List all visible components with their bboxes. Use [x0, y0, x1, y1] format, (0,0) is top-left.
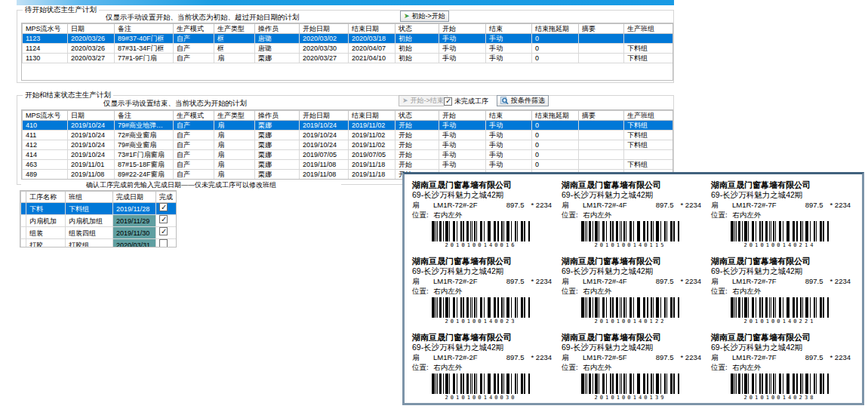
- barcode-bars-icon: [432, 374, 530, 394]
- completed-checkbox[interactable]: [159, 227, 168, 235]
- column-header[interactable]: 班组: [66, 192, 113, 203]
- column-header[interactable]: 日期: [68, 111, 115, 121]
- barcode-bars-icon: [581, 297, 679, 318]
- table-row[interactable]: 打胶 打胶组 2020/03/31: [21, 239, 177, 248]
- barcode: 2010100140214: [731, 221, 829, 248]
- column-header[interactable]: 备注: [115, 111, 174, 121]
- barcode-digits: 2010100140023: [432, 318, 530, 324]
- column-header[interactable]: 状态: [396, 24, 439, 34]
- column-header[interactable]: 生产类型: [214, 24, 255, 34]
- column-header[interactable]: 结束: [486, 24, 532, 34]
- label-height-value: * 2234: [531, 352, 552, 362]
- start-to-end-button[interactable]: ➤ 开始->结束: [399, 95, 448, 106]
- barcode-digits: 2010100140030: [432, 395, 530, 401]
- label-location-value: 右内左外: [583, 363, 611, 371]
- column-header[interactable]: [21, 192, 26, 203]
- barcode-bars-icon: [432, 221, 530, 241]
- label-location-caption: 位置:: [711, 363, 728, 371]
- column-header[interactable]: 操作员: [255, 111, 300, 121]
- print-label: 湖南亘晟门窗幕墙有限公司 69-长沙万科魅力之城42期 扇 LM1R-72#-7…: [711, 254, 851, 331]
- column-header[interactable]: 结束拖延期: [532, 24, 579, 34]
- column-header[interactable]: 结束日期: [349, 111, 396, 121]
- label-item-code: LM1R-72#-2F: [433, 352, 506, 362]
- label-project: 69-长沙万科魅力之城42期: [562, 190, 701, 200]
- barcode-digits: 2010100140238: [731, 395, 829, 401]
- label-project: 69-长沙万科魅力之城42期: [711, 343, 851, 352]
- column-header[interactable]: 结束日期: [349, 24, 396, 34]
- column-header[interactable]: MPS流水号: [23, 111, 68, 121]
- active-table-body: 410 2019/10/24 79#商业地弹… 自产 扇 栗娜 2019/10/…: [23, 121, 673, 180]
- pending-table-body: 1123 2020/03/26 89#37-40F门框 自产 框 唐璐 2020…: [23, 34, 673, 63]
- column-header[interactable]: 工序名称: [26, 192, 66, 203]
- completed-checkbox[interactable]: [159, 215, 168, 223]
- column-header[interactable]: 操作员: [255, 24, 300, 34]
- column-header[interactable]: 备注: [115, 24, 174, 34]
- label-item-code: LM1R-72#-4F: [583, 276, 656, 286]
- init-to-start-button[interactable]: ➤ 初始->开始: [400, 11, 449, 22]
- table-row[interactable]: 411 2019/10/24 72#商业窗扇 自产 扇 栗娜 2019/10/2…: [23, 131, 673, 140]
- column-header[interactable]: 结束拖延期: [532, 111, 579, 121]
- app-window: 待开始状态主生产计划 仅显示手动设置开始、当前状态为初始、超过开始日期的计划 ➤…: [0, 0, 868, 412]
- column-header[interactable]: 开始日期: [300, 111, 349, 121]
- label-company: 湖南亘晟门窗幕墙有限公司: [412, 333, 552, 343]
- label-company: 湖南亘晟门窗幕墙有限公司: [562, 180, 701, 190]
- column-header[interactable]: 开始日期: [300, 24, 349, 34]
- label-item-code: LM1R-72#-7F: [732, 352, 805, 362]
- column-header[interactable]: 结束: [486, 111, 532, 121]
- completed-checkbox[interactable]: [159, 203, 168, 211]
- column-header[interactable]: 生产模式: [174, 24, 214, 34]
- column-header[interactable]: 生产类型: [214, 111, 255, 121]
- filter-button-label: 按条件筛选: [511, 96, 545, 106]
- table-row[interactable]: 内扇机加 内扇机加组 2019/11/29: [21, 215, 177, 227]
- column-header[interactable]: 摘要: [579, 24, 624, 34]
- label-project: 69-长沙万科魅力之城42期: [412, 190, 552, 200]
- table-row[interactable]: 463 2019/11/01 87#15-18F窗扇 自产 扇 栗娜 2019/…: [23, 160, 673, 170]
- table-row[interactable]: 1123 2020/03/26 89#37-40F门框 自产 框 唐璐 2020…: [23, 34, 673, 44]
- label-location-caption: 位置:: [562, 211, 578, 219]
- label-company: 湖南亘晟门窗幕墙有限公司: [562, 333, 701, 343]
- column-header[interactable]: 状态: [396, 111, 439, 121]
- label-width-value: 897.5: [656, 352, 674, 362]
- barcode-digits: 2010100140115: [581, 242, 679, 248]
- column-header[interactable]: 生产班组: [624, 111, 673, 121]
- table-row[interactable]: 下料 下料组 2019/11/28: [21, 203, 177, 215]
- filter-button[interactable]: 按条件筛选: [497, 95, 549, 106]
- label-company: 湖南亘晟门窗幕墙有限公司: [562, 257, 701, 266]
- unfinished-process-checkbox[interactable]: [444, 97, 452, 106]
- label-project: 69-长沙万科魅力之城42期: [711, 190, 851, 200]
- table-row[interactable]: 412 2019/10/24 79#商业窗扇 自产 扇 栗娜 2019/10/2…: [23, 140, 673, 150]
- print-label: 湖南亘晟门窗幕墙有限公司 69-长沙万科魅力之城42期 扇 LM1R-72#-2…: [412, 178, 552, 254]
- table-row[interactable]: 1130 2020/03/27 77#1-9F门扇 自产 扇 栗娜 2020/0…: [23, 54, 673, 63]
- label-item-code: LM1R-72#-2F: [433, 200, 506, 210]
- table-row[interactable]: 1124 2020/03/26 87#31-34F门框 自产 框 唐璐 2020…: [23, 44, 673, 54]
- column-header[interactable]: MPS流水号: [23, 24, 68, 34]
- column-header[interactable]: 开始: [439, 24, 486, 34]
- label-company: 湖南亘晟门窗幕墙有限公司: [412, 180, 552, 190]
- barcode-bars-icon: [581, 374, 679, 394]
- label-location-caption: 位置:: [711, 287, 728, 295]
- label-height-value: * 2234: [830, 200, 851, 210]
- table-row[interactable]: 414 2019/10/24 73#1F门扇窗扇 自产 扇 栗娜 2019/07…: [23, 150, 673, 160]
- label-location-caption: 位置:: [711, 211, 728, 219]
- column-header[interactable]: 日期: [68, 24, 115, 34]
- label-item-code: LM1R-72#-7F: [732, 276, 805, 286]
- active-table-header-row: MPS流水号日期备注生产模式生产类型操作员开始日期结束日期状态开始结束结束拖延期…: [23, 111, 673, 121]
- column-header[interactable]: 完成日期: [113, 192, 156, 203]
- column-header[interactable]: 生产班组: [624, 24, 673, 34]
- column-header[interactable]: 开始: [439, 111, 486, 121]
- label-height-value: * 2234: [531, 276, 552, 286]
- label-company: 湖南亘晟门窗幕墙有限公司: [711, 180, 851, 190]
- barcode-bars-icon: [731, 221, 829, 241]
- label-width-value: 897.5: [805, 276, 823, 286]
- unfinished-process-checkbox-group: 未完成工序: [444, 97, 488, 106]
- completed-checkbox[interactable]: [159, 239, 168, 248]
- column-header[interactable]: 完成: [156, 192, 177, 203]
- label-product-type: 扇: [711, 276, 732, 286]
- column-header[interactable]: 摘要: [579, 111, 624, 121]
- label-item-code: LM1R-72#-5F: [583, 352, 656, 362]
- column-header[interactable]: 生产模式: [174, 111, 214, 121]
- table-row[interactable]: 组装 组装四组 2019/11/30: [21, 227, 177, 239]
- table-row[interactable]: 410 2019/10/24 79#商业地弹… 自产 扇 栗娜 2019/10/…: [23, 121, 673, 131]
- label-location-value: 右内左外: [583, 211, 611, 219]
- barcode-digits: 2010100140016: [432, 242, 530, 248]
